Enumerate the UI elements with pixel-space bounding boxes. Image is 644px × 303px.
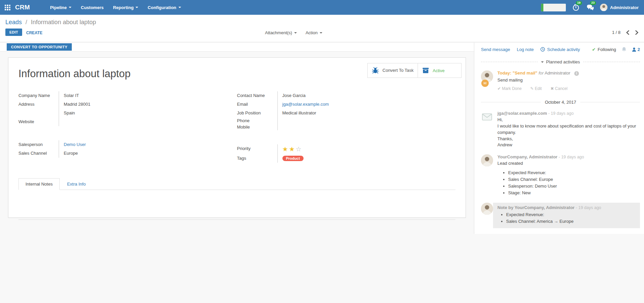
message-timestamp: - 19 days ago <box>548 111 574 116</box>
collapse-caret-icon <box>541 61 544 63</box>
menu-configuration[interactable]: Configuration <box>148 5 181 10</box>
create-button[interactable]: CREATE <box>26 31 42 35</box>
field-job-position: Job Position Medical illustrator <box>237 109 436 117</box>
app-title[interactable]: CRM <box>15 4 30 11</box>
log-note-button[interactable]: Log note <box>517 47 534 52</box>
notes-bottom-divider <box>18 219 455 220</box>
tracking-values-list: Expected Revenue: Sales Channel: America… <box>497 211 636 225</box>
activity-avatar: ✉ <box>481 70 493 83</box>
message-author[interactable]: jga@solar.example.com - 19 days ago <box>497 111 640 116</box>
chevron-down-icon <box>136 7 138 8</box>
tab-internal-notes[interactable]: Internal Notes <box>18 178 60 190</box>
message-timestamp: - 19 days ago <box>576 205 601 210</box>
internal-notes-content[interactable] <box>18 190 455 219</box>
field-priority: Priority ★★☆ <box>237 144 436 154</box>
main-menu: Pipeline Customers Reporting Configurati… <box>50 5 181 10</box>
pager-value: 1 / 8 <box>612 30 621 35</box>
field-address-country: Spain <box>18 109 217 117</box>
user-menu[interactable]: Administrator <box>600 4 639 11</box>
menu-reporting[interactable]: Reporting <box>113 5 138 10</box>
message-author[interactable]: Note by YourCompany, Administrator - 19 … <box>497 205 636 210</box>
archive-box-icon <box>422 67 429 74</box>
info-icon[interactable]: i <box>574 71 579 76</box>
author-avatar <box>481 154 493 166</box>
edit-activity-button[interactable]: ✎ Edit <box>530 86 542 91</box>
envelope-avatar-icon <box>481 111 493 123</box>
date-divider: October 4, 2017 <box>481 100 640 105</box>
chevron-down-icon <box>320 32 322 34</box>
chevron-down-icon <box>69 7 71 8</box>
systray: 19 23 Administrator <box>541 3 644 11</box>
stat-buttons: Convert To Task Active <box>367 63 462 78</box>
chatter-panel: Send message Log note Schedule activity … <box>474 43 644 234</box>
menu-customers[interactable]: Customers <box>81 5 104 10</box>
form-sheet: Convert To Task Active Information about… <box>8 57 466 218</box>
priority-stars[interactable]: ★★☆ <box>282 146 303 153</box>
field-address: Address Madrid 28001 <box>18 100 217 109</box>
pager-next-icon[interactable] <box>635 30 639 35</box>
action-dropdown[interactable]: Action <box>306 30 322 35</box>
bug-icon <box>372 67 379 74</box>
cancel-activity-button[interactable]: ✖ Cancel <box>550 86 568 91</box>
message-text: Hi, I would like to know more about spec… <box>497 117 640 148</box>
message-text: Lead created <box>497 160 640 167</box>
top-navbar: CRM Pipeline Customers Reporting Configu… <box>0 0 644 15</box>
message-author[interactable]: YourCompany, Administrator - 19 days ago <box>497 154 640 159</box>
email-link[interactable]: jga@solar.example.com <box>282 102 329 107</box>
planned-activity-item: ✉ Today: "Send mail" for Administrator i… <box>481 70 640 91</box>
field-mobile: Mobile <box>237 124 436 130</box>
activities-count-badge: 19 <box>576 1 582 5</box>
attachments-dropdown[interactable]: Attachment(s) <box>265 30 297 35</box>
message-note: Note by YourCompany, Administrator - 19 … <box>481 203 640 228</box>
activity-mail-badge-icon: ✉ <box>481 80 489 87</box>
field-phone: Phone <box>237 117 436 124</box>
active-toggle-button[interactable]: Active <box>418 63 462 78</box>
menu-pipeline[interactable]: Pipeline <box>50 5 71 10</box>
left-field-column: Company Name Solar IT Address Madrid 280… <box>18 91 237 163</box>
chevron-down-icon <box>294 32 297 34</box>
activity-summary: Send mailing <box>497 78 640 83</box>
message-email: jga@solar.example.com - 19 days ago Hi, … <box>481 111 640 148</box>
message-log: YourCompany, Administrator - 19 days ago… <box>481 154 640 196</box>
field-sales-channel: Sales Channel Europe <box>18 149 217 158</box>
breadcrumb-current: Information about laptop <box>31 19 96 26</box>
following-toggle[interactable]: ✔ Following <box>592 47 616 52</box>
field-email: Email jga@solar.example.com <box>237 100 436 109</box>
user-name: Administrator <box>610 5 639 10</box>
record-pager: 1 / 8 <box>612 30 639 35</box>
send-message-button[interactable]: Send message <box>481 47 510 52</box>
breadcrumb: Leads / Information about laptop <box>0 15 644 26</box>
convert-to-opportunity-button[interactable]: CONVERT TO OPPORTUNITY <box>7 43 72 51</box>
notebook-tabs: Internal Notes Extra Info <box>18 178 455 190</box>
activities-clock-icon[interactable]: 19 <box>572 3 580 11</box>
salesperson-link[interactable]: Demo User <box>64 142 86 147</box>
right-field-column: Contact Name Jose Garcia Email jga@solar… <box>237 91 456 163</box>
followers-button[interactable]: 2 <box>632 47 640 52</box>
tracking-values-list: Expected Revenue: Sales Channel: Europe … <box>497 169 640 197</box>
pager-previous-icon[interactable] <box>626 30 630 35</box>
mark-done-button[interactable]: ✔ Mark Done <box>497 86 522 91</box>
clock-icon <box>540 47 545 52</box>
field-contact-name: Contact Name Jose Garcia <box>237 91 436 100</box>
bell-icon[interactable] <box>622 47 627 52</box>
messages-chat-icon[interactable]: 23 <box>586 3 594 11</box>
tag-product[interactable]: Product <box>282 156 304 161</box>
edit-button[interactable]: EDIT <box>5 29 22 36</box>
control-panel: Leads / Information about laptop EDIT CR… <box>0 15 644 42</box>
field-company-name: Company Name Solar IT <box>18 91 217 100</box>
schedule-activity-button[interactable]: Schedule activity <box>540 47 580 52</box>
apps-grid-icon[interactable] <box>5 5 10 10</box>
tab-extra-info[interactable]: Extra Info <box>60 179 93 190</box>
statusbar: CONVERT TO OPPORTUNITY <box>0 43 474 52</box>
field-salesperson: Salesperson Demo User <box>18 140 217 149</box>
message-timestamp: - 19 days ago <box>559 155 584 159</box>
person-icon <box>632 47 636 52</box>
breadcrumb-leads[interactable]: Leads <box>5 19 22 26</box>
user-avatar <box>600 4 607 11</box>
chevron-down-icon <box>178 7 181 8</box>
field-tags: Tags Product <box>237 154 436 163</box>
timer-progress-widget[interactable] <box>541 4 566 11</box>
convert-to-task-button[interactable]: Convert To Task <box>367 63 418 78</box>
field-website: Website <box>18 117 217 126</box>
check-icon: ✔ <box>592 47 596 52</box>
